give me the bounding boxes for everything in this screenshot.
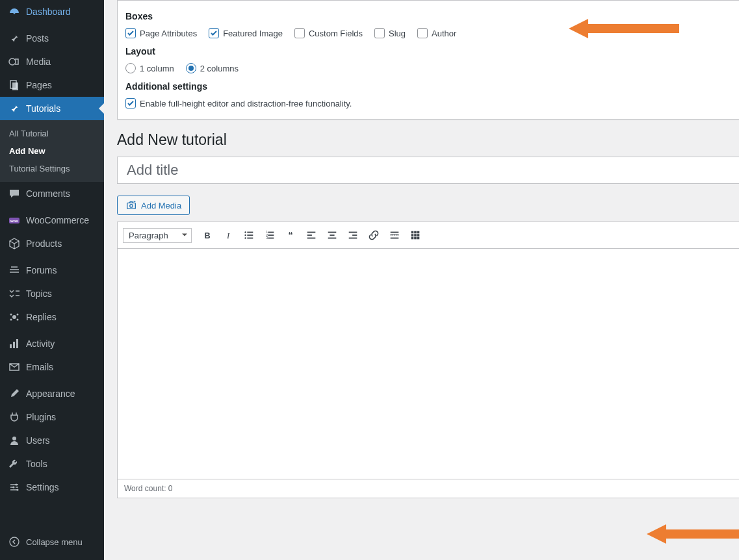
add-media-button[interactable]: Add Media (117, 196, 190, 215)
sidebar-item-products[interactable]: Products (0, 232, 104, 255)
title-input[interactable] (117, 157, 739, 184)
italic-button[interactable]: I (219, 226, 237, 244)
media-icon (8, 55, 21, 68)
pages-icon (8, 79, 21, 92)
sidebar-item-settings[interactable]: Settings (0, 476, 104, 499)
svg-rect-37 (307, 232, 316, 233)
svg-rect-12 (13, 342, 15, 348)
checkbox-full-height[interactable]: Enable full-height editor and distractio… (125, 98, 731, 108)
sidebar-item-activity[interactable]: Activity (0, 332, 104, 355)
svg-rect-38 (307, 235, 312, 236)
radio-label: 2 columns (200, 64, 239, 73)
layout-row: 1 column 2 columns (125, 63, 731, 73)
sidebar-item-pages[interactable]: Pages (0, 73, 104, 97)
align-right-button[interactable] (344, 226, 362, 244)
editor-body[interactable] (118, 249, 739, 479)
sidebar-item-appearance[interactable]: Appearance (0, 382, 104, 405)
submenu-tutorial-settings[interactable]: Tutorial Settings (0, 160, 104, 177)
checkbox-author[interactable]: Author (417, 28, 456, 38)
svg-rect-44 (352, 235, 357, 236)
svg-text:I: I (226, 231, 230, 240)
box-icon (8, 237, 21, 250)
svg-rect-55 (411, 237, 414, 240)
collapse-menu[interactable]: Collapse menu (0, 530, 104, 554)
sidebar-item-woocommerce[interactable]: woo WooCommerce (0, 209, 104, 232)
radio-1-column[interactable]: 1 column (125, 63, 174, 73)
sidebar-item-label: Tools (26, 459, 47, 469)
svg-rect-54 (417, 234, 420, 236)
svg-text:B: B (204, 231, 210, 240)
align-center-button[interactable] (323, 226, 341, 244)
checkbox-label: Featured Image (223, 29, 283, 38)
link-button[interactable] (365, 226, 383, 244)
sidebar-submenu: All Tutorial Add New Tutorial Settings (0, 120, 104, 182)
svg-rect-40 (328, 232, 337, 233)
svg-text:3: 3 (266, 236, 268, 240)
sidebar-item-label: Tutorials (26, 103, 60, 114)
blockquote-button[interactable]: “ (281, 226, 300, 244)
svg-rect-39 (307, 238, 316, 239)
sidebar-item-topics[interactable]: Topics (0, 282, 104, 305)
layout-heading: Layout (125, 46, 731, 57)
paragraph-select[interactable]: Paragraph (123, 228, 192, 243)
sidebar-item-plugins[interactable]: Plugins (0, 405, 104, 429)
align-left-button[interactable] (302, 226, 320, 244)
sidebar-item-tools[interactable]: Tools (0, 452, 104, 476)
toolbar-toggle-button[interactable] (406, 226, 424, 244)
svg-rect-45 (349, 238, 357, 239)
add-media-label: Add Media (141, 201, 181, 210)
sidebar-item-label: Topics (26, 288, 52, 299)
sidebar-item-emails[interactable]: Emails (0, 355, 104, 379)
sidebar-item-comments[interactable]: Comments (0, 182, 104, 205)
sidebar-item-dashboard[interactable]: Dashboard (0, 0, 104, 23)
checkbox-custom-fields[interactable]: Custom Fields (294, 28, 363, 38)
sidebar-item-label: Emails (26, 362, 53, 372)
svg-rect-20 (127, 203, 136, 209)
sidebar-item-media[interactable]: Media (0, 50, 104, 73)
sidebar-item-users[interactable]: Users (0, 429, 104, 452)
svg-rect-48 (391, 238, 399, 239)
woo-icon: woo (8, 214, 21, 227)
sidebar-item-replies[interactable]: Replies (0, 305, 104, 329)
email-icon (8, 361, 21, 374)
sidebar-item-forums[interactable]: Forums (0, 259, 104, 282)
svg-text:woo: woo (10, 219, 18, 223)
page-title: Add New tutorial (117, 131, 739, 149)
editor-toolbar: Paragraph B I 123 “ (118, 222, 739, 249)
word-count: Word count: 0 (118, 479, 739, 498)
sidebar-item-label: Media (26, 57, 51, 67)
svg-rect-35 (268, 238, 274, 239)
svg-rect-50 (414, 231, 417, 234)
checkbox-page-attributes[interactable]: Page Attributes (125, 28, 197, 38)
checkbox-featured-image[interactable]: Featured Image (209, 28, 283, 38)
settings-icon (8, 481, 21, 494)
checkbox-slug[interactable]: Slug (374, 28, 406, 38)
sidebar-item-tutorials[interactable]: Tutorials (0, 97, 104, 120)
svg-rect-43 (349, 232, 357, 233)
bullet-list-button[interactable] (240, 226, 258, 244)
svg-point-6 (12, 315, 16, 319)
svg-rect-29 (247, 238, 253, 239)
activity-icon (8, 337, 21, 350)
sidebar-item-posts[interactable]: Posts (0, 27, 104, 50)
submenu-all-tutorial[interactable]: All Tutorial (0, 125, 104, 142)
svg-rect-49 (411, 231, 414, 234)
checkbox-label: Enable full-height editor and distractio… (140, 99, 352, 108)
sidebar-item-label: Replies (26, 312, 57, 322)
bold-button[interactable]: B (198, 226, 216, 244)
svg-rect-13 (16, 339, 18, 348)
svg-rect-34 (268, 235, 274, 236)
radio-2-columns[interactable]: 2 columns (186, 63, 239, 73)
svg-point-10 (17, 319, 19, 321)
svg-rect-46 (391, 232, 399, 233)
svg-point-0 (14, 12, 16, 14)
read-more-button[interactable] (385, 226, 404, 244)
submenu-add-new[interactable]: Add New (0, 142, 104, 160)
collapse-label: Collapse menu (26, 537, 83, 547)
svg-rect-3 (12, 83, 18, 90)
sidebar-item-label: Posts (26, 33, 49, 44)
checkbox-label: Custom Fields (309, 29, 363, 38)
svg-point-24 (244, 231, 246, 233)
users-icon (8, 434, 21, 447)
numbered-list-button[interactable]: 123 (261, 226, 279, 244)
